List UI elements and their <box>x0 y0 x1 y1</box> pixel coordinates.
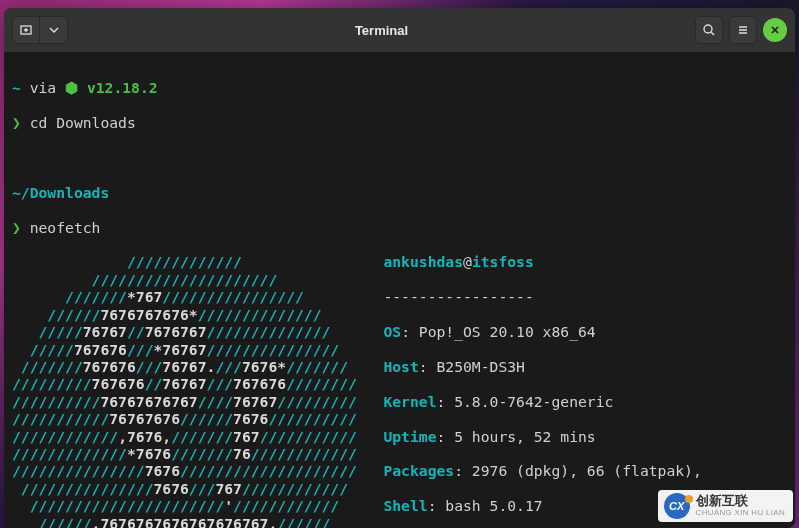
prompt-arrow: ❯ <box>12 114 30 131</box>
command-text: cd Downloads <box>30 114 136 131</box>
info-line: Host: B250M-DS3H <box>383 358 701 375</box>
new-tab-icon <box>19 23 33 37</box>
titlebar-right-group <box>695 16 787 44</box>
search-icon <box>702 23 716 37</box>
window-title: Terminal <box>74 23 689 38</box>
titlebar-left-group <box>12 16 68 44</box>
info-line: Shell: bash 5.0.17 <box>383 497 701 514</box>
info-line: OS: Pop!_OS 20.10 x86_64 <box>383 323 701 340</box>
titlebar: Terminal <box>4 8 795 52</box>
watermark-logo: CX <box>664 493 690 519</box>
svg-line-4 <box>711 32 714 35</box>
via-text: via <box>21 79 65 96</box>
cmd-line-1: ❯ cd Downloads <box>12 114 787 131</box>
prompt-arrow: ❯ <box>12 219 30 236</box>
info-line: Packages: 2976 (dpkg), 66 (flatpak), <box>383 462 701 479</box>
neofetch-info: ankushdas@itsfoss ----------------- OS: … <box>383 253 701 528</box>
info-line: Kernel: 5.8.0-7642-generic <box>383 393 701 410</box>
hamburger-icon <box>736 23 750 37</box>
search-button[interactable] <box>695 16 723 44</box>
svg-point-3 <box>704 25 712 33</box>
menu-button[interactable] <box>729 16 757 44</box>
watermark: CX 创新互联 CHUANG XIN HU LIAN <box>658 490 793 522</box>
node-icon: ⬢ <box>65 79 87 96</box>
neofetch-ascii-logo: ///////////// ///////////////////// ////… <box>12 253 383 528</box>
watermark-text: 创新互联 CHUANG XIN HU LIAN <box>696 494 785 517</box>
prompt-line-2: ~/Downloads <box>12 184 787 201</box>
cwd: ~/Downloads <box>12 184 109 201</box>
new-tab-button[interactable] <box>12 16 40 44</box>
watermark-cn: 创新互联 <box>696 494 785 508</box>
cmd-line-2: ❯ neofetch <box>12 219 787 236</box>
terminal-body[interactable]: ~ via ⬢ v12.18.2 ❯ cd Downloads ~/Downlo… <box>4 52 795 528</box>
close-icon <box>770 25 780 35</box>
close-button[interactable] <box>763 18 787 42</box>
command-text: neofetch <box>30 219 101 236</box>
chevron-down-icon <box>49 25 59 35</box>
separator: ----------------- <box>383 288 701 305</box>
prompt-line-1: ~ via ⬢ v12.18.2 <box>12 79 787 96</box>
tab-dropdown-button[interactable] <box>40 16 68 44</box>
cwd: ~ <box>12 79 21 96</box>
terminal-window: Terminal ~ via ⬢ v12.18.2 ❯ cd Downloads… <box>4 8 795 528</box>
info-line: Uptime: 5 hours, 52 mins <box>383 428 701 445</box>
watermark-en: CHUANG XIN HU LIAN <box>696 509 785 518</box>
node-version: v12.18.2 <box>87 79 158 96</box>
user-host-line: ankushdas@itsfoss <box>383 253 701 270</box>
neofetch-output: ///////////// ///////////////////// ////… <box>12 253 787 528</box>
